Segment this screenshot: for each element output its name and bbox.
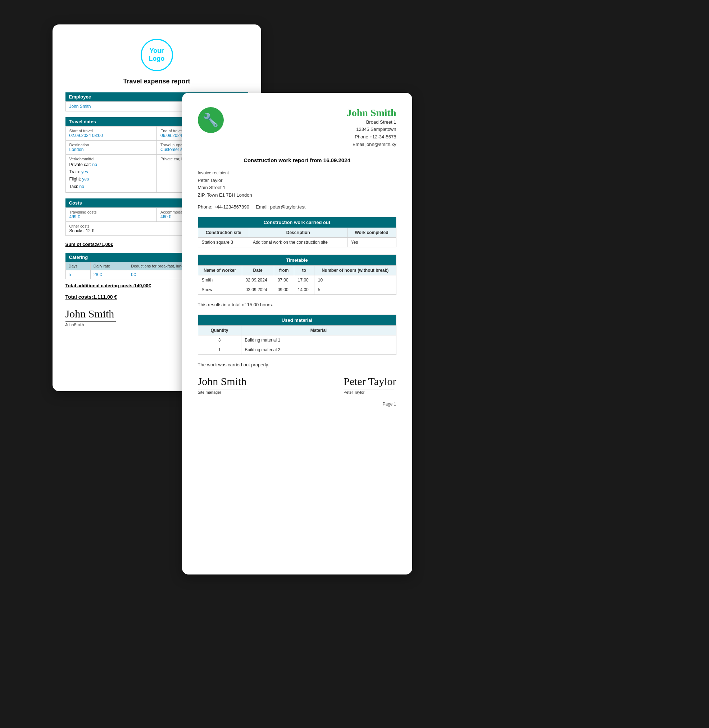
start-label: Start of travel bbox=[69, 129, 153, 133]
construction-sig2-line bbox=[344, 389, 394, 389]
tt-row2-from: 09:00 bbox=[274, 285, 294, 295]
catering-rate-value: 28 € bbox=[90, 270, 128, 280]
mat-row1-qty: 3 bbox=[198, 335, 241, 345]
contact-email: Email john@smith.xy bbox=[347, 141, 397, 149]
mat-row2-name: Building material 2 bbox=[241, 345, 396, 355]
logo-circle: YourLogo bbox=[141, 39, 173, 71]
tt-row2-name: Snow bbox=[198, 285, 242, 295]
timetable: Timetable Name of worker Date from to Nu… bbox=[198, 255, 397, 295]
start-value: 02.09.2024 08:00 bbox=[69, 133, 153, 138]
tt-row1-date: 02.09.2024 bbox=[242, 275, 274, 285]
phone-email: Phone: +44-1234567890 Email: peter@taylo… bbox=[198, 204, 397, 210]
employee-name: John Smith bbox=[69, 104, 91, 109]
mat-row1-name: Building material 1 bbox=[241, 335, 396, 345]
wrench-icon: 🔧 bbox=[198, 107, 224, 133]
tt-row2-to: 14:00 bbox=[294, 285, 314, 295]
flight-value: yes bbox=[82, 176, 89, 182]
tt-row2-hours: 5 bbox=[314, 285, 396, 295]
material-header: Used material bbox=[198, 315, 396, 326]
construction-sig1: John Smith Site manager bbox=[198, 376, 248, 395]
work-col1: Construction site bbox=[198, 228, 249, 237]
mat-row2-qty: 1 bbox=[198, 345, 241, 355]
construction-sig1-line bbox=[198, 389, 248, 389]
recipient-name: Peter Taylor bbox=[198, 177, 397, 185]
recipient-phone: Phone: +44-1234567890 bbox=[198, 204, 249, 210]
tt-row1-name: Smith bbox=[198, 275, 242, 285]
work-col3: Work completed bbox=[347, 228, 396, 237]
work-desc: Additional work on the construction site bbox=[249, 237, 347, 248]
verkehrsmittel-label: Verkehrsmittel bbox=[69, 157, 153, 161]
catering-days-header: Days bbox=[66, 262, 90, 270]
tt-col5: Number of hours (without break) bbox=[314, 266, 396, 275]
page-wrapper: YourLogo Travel expense report Employee … bbox=[31, 14, 678, 715]
work-site: Station square 3 bbox=[198, 237, 249, 248]
recipient-email: Email: peter@taylor.test bbox=[256, 204, 305, 210]
construction-work-table: Construction work carried out Constructi… bbox=[198, 217, 397, 248]
tt-col2: Date bbox=[242, 266, 274, 275]
construction-sig1-script: John Smith bbox=[198, 376, 247, 387]
expense-sig1: John Smith JohnSmith bbox=[66, 309, 116, 327]
train-value: yes bbox=[81, 169, 88, 174]
contact-city: 12345 Sampletown bbox=[347, 126, 397, 133]
private-car-label: Private car: bbox=[69, 162, 91, 167]
work-completed: Yes bbox=[347, 237, 396, 248]
timetable-header: Timetable bbox=[198, 255, 396, 266]
logo-text: YourLogo bbox=[149, 47, 165, 63]
construction-report-card: 🔧 John Smith Broad Street 1 12345 Sample… bbox=[182, 93, 412, 575]
expense-sig1-name: JohnSmith bbox=[66, 322, 84, 327]
catering-days-value: 5 bbox=[66, 270, 90, 280]
tt-row1-to: 17:00 bbox=[294, 275, 314, 285]
recipient-street: Main Street 1 bbox=[198, 184, 397, 192]
destination-label: Destination bbox=[69, 143, 153, 147]
expense-sig1-line bbox=[66, 322, 116, 322]
train-label: Train: bbox=[69, 169, 80, 174]
construction-sig2-label: Peter Taylor bbox=[344, 390, 365, 395]
catering-rate-header: Daily rate bbox=[90, 262, 128, 270]
report-title: Construction work report from 16.09.2024 bbox=[198, 157, 397, 163]
recipient-label: Invoice recipient bbox=[198, 170, 397, 175]
material-table: Used material Quantity Material 3 Buildi… bbox=[198, 314, 397, 355]
tt-col4: to bbox=[294, 266, 314, 275]
tt-row1-hours: 10 bbox=[314, 275, 396, 285]
contact-address: Broad Street 1 bbox=[347, 119, 397, 126]
travelling-label: Travelling costs bbox=[69, 210, 153, 214]
logo-area: YourLogo bbox=[66, 39, 248, 71]
tt-col3: from bbox=[274, 266, 294, 275]
construction-sig2: Peter Taylor Peter Taylor bbox=[344, 376, 396, 395]
travelling-value: 499 € bbox=[69, 214, 153, 219]
work-col2: Description bbox=[249, 228, 347, 237]
mat-col1: Quantity bbox=[198, 326, 241, 335]
construction-sig1-label: Site manager bbox=[198, 390, 221, 395]
contact-block: John Smith Broad Street 1 12345 Sampleto… bbox=[347, 107, 397, 149]
recipient-city: ZIP, Town E1 7BH London bbox=[198, 192, 397, 199]
contact-name: John Smith bbox=[347, 107, 397, 119]
taxi-label: Taxi: bbox=[69, 184, 79, 189]
taxi-value: no bbox=[79, 184, 84, 189]
page-number: Page 1 bbox=[198, 402, 397, 406]
private-car-value: no bbox=[92, 162, 97, 167]
contact-phone: Phone +12-34-5678 bbox=[347, 133, 397, 141]
mat-col2: Material bbox=[241, 326, 396, 335]
tt-row1-from: 07:00 bbox=[274, 275, 294, 285]
tt-row2-date: 03.09.2024 bbox=[242, 285, 274, 295]
construction-sig2-script: Peter Taylor bbox=[344, 376, 396, 387]
expense-title: Travel expense report bbox=[66, 78, 248, 85]
invoice-recipient: Invoice recipient Peter Taylor Main Stre… bbox=[198, 170, 397, 199]
construction-header: 🔧 John Smith Broad Street 1 12345 Sample… bbox=[198, 107, 397, 149]
transport-details: Private car: no Train: yes Flight: yes T… bbox=[69, 161, 153, 191]
work-note: The work was carried out properly. bbox=[198, 362, 397, 367]
total-hours-text: This results in a total of 15,00 hours. bbox=[198, 302, 397, 307]
expense-sig1-script: John Smith bbox=[66, 309, 114, 319]
tt-col1: Name of worker bbox=[198, 266, 242, 275]
flight-label: Flight: bbox=[69, 176, 81, 182]
destination-value: London bbox=[69, 147, 153, 152]
work-table-header: Construction work carried out bbox=[198, 217, 396, 228]
construction-signatures: John Smith Site manager Peter Taylor Pet… bbox=[198, 376, 397, 395]
